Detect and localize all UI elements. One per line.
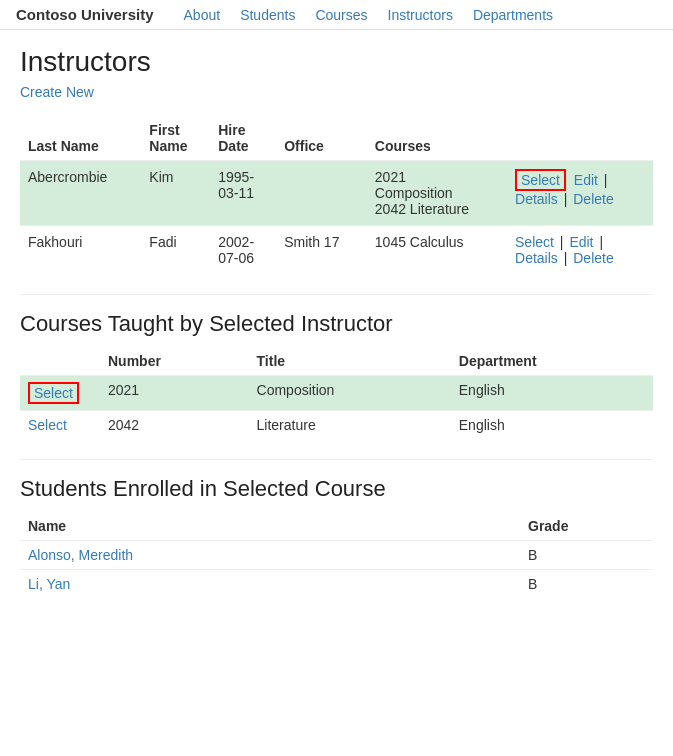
student-grade: B bbox=[520, 570, 653, 599]
instructor-last-name: Abercrombie bbox=[20, 161, 141, 226]
nav-about[interactable]: About bbox=[184, 7, 221, 23]
select-link-course-2042[interactable]: Select bbox=[28, 417, 67, 433]
select-link-fakhouri[interactable]: Select bbox=[515, 234, 554, 250]
course-title: Composition bbox=[249, 376, 451, 411]
instructor-actions: Select | Edit | Details | Delete bbox=[507, 226, 653, 275]
course-title: Literature bbox=[249, 411, 451, 440]
student-name-link-li[interactable]: Li, Yan bbox=[28, 576, 70, 592]
courses-section-title: Courses Taught by Selected Instructor bbox=[20, 294, 653, 337]
instructors-table: Last Name FirstName HireDate Office Cour… bbox=[20, 116, 653, 274]
course-row-2042: Select 2042 Literature English bbox=[20, 411, 653, 440]
col-actions bbox=[507, 116, 653, 161]
instructor-row-fakhouri: Fakhouri Fadi 2002-07-06 Smith 17 1045 C… bbox=[20, 226, 653, 275]
select-button-course-2021[interactable]: Select bbox=[28, 382, 79, 404]
col-student-name: Name bbox=[20, 512, 520, 541]
main-content: Instructors Create New Last Name FirstNa… bbox=[0, 30, 673, 614]
details-link-abercrombie[interactable]: Details bbox=[515, 191, 558, 207]
col-student-grade: Grade bbox=[520, 512, 653, 541]
courses-table: Number Title Department Select 2021 Comp… bbox=[20, 347, 653, 439]
course-number: 2021 bbox=[100, 376, 249, 411]
col-course-number: Number bbox=[100, 347, 249, 376]
course-select-cell: Select bbox=[20, 411, 100, 440]
navbar-brand: Contoso University bbox=[16, 6, 154, 23]
col-office: Office bbox=[276, 116, 367, 161]
students-table: Name Grade Alonso, Meredith B Li, Yan B bbox=[20, 512, 653, 598]
col-course-select bbox=[20, 347, 100, 376]
student-name-link-alonso[interactable]: Alonso, Meredith bbox=[28, 547, 133, 563]
navbar: Contoso University About Students Course… bbox=[0, 0, 673, 30]
col-courses: Courses bbox=[367, 116, 507, 161]
course-department: English bbox=[451, 411, 653, 440]
course-department: English bbox=[451, 376, 653, 411]
course-number: 2042 bbox=[100, 411, 249, 440]
instructor-last-name: Fakhouri bbox=[20, 226, 141, 275]
student-grade: B bbox=[520, 541, 653, 570]
nav-students[interactable]: Students bbox=[240, 7, 295, 23]
col-last-name: Last Name bbox=[20, 116, 141, 161]
col-course-department: Department bbox=[451, 347, 653, 376]
instructor-office: Smith 17 bbox=[276, 226, 367, 275]
instructor-courses: 2021Composition2042 Literature bbox=[367, 161, 507, 226]
student-row-alonso: Alonso, Meredith B bbox=[20, 541, 653, 570]
instructor-first-name: Kim bbox=[141, 161, 210, 226]
nav-courses[interactable]: Courses bbox=[315, 7, 367, 23]
delete-link-abercrombie[interactable]: Delete bbox=[573, 191, 613, 207]
page-title: Instructors bbox=[20, 46, 653, 78]
details-link-fakhouri[interactable]: Details bbox=[515, 250, 558, 266]
student-row-li: Li, Yan B bbox=[20, 570, 653, 599]
col-course-title: Title bbox=[249, 347, 451, 376]
instructor-courses: 1045 Calculus bbox=[367, 226, 507, 275]
edit-link-abercrombie[interactable]: Edit bbox=[574, 172, 598, 188]
nav-departments[interactable]: Departments bbox=[473, 7, 553, 23]
student-name: Li, Yan bbox=[20, 570, 520, 599]
delete-link-fakhouri[interactable]: Delete bbox=[573, 250, 613, 266]
edit-link-fakhouri[interactable]: Edit bbox=[569, 234, 593, 250]
instructor-office bbox=[276, 161, 367, 226]
course-row-2021: Select 2021 Composition English bbox=[20, 376, 653, 411]
instructor-actions: Select Edit | Details | Delete bbox=[507, 161, 653, 226]
col-first-name: FirstName bbox=[141, 116, 210, 161]
students-section-title: Students Enrolled in Selected Course bbox=[20, 459, 653, 502]
instructor-first-name: Fadi bbox=[141, 226, 210, 275]
create-new-link[interactable]: Create New bbox=[20, 84, 94, 100]
course-select-cell: Select bbox=[20, 376, 100, 411]
select-button-abercrombie[interactable]: Select bbox=[515, 169, 566, 191]
student-name: Alonso, Meredith bbox=[20, 541, 520, 570]
instructor-hire-date: 2002-07-06 bbox=[210, 226, 276, 275]
instructor-row-abercrombie: Abercrombie Kim 1995-03-11 2021Compositi… bbox=[20, 161, 653, 226]
col-hire-date: HireDate bbox=[210, 116, 276, 161]
nav-instructors[interactable]: Instructors bbox=[388, 7, 453, 23]
instructor-hire-date: 1995-03-11 bbox=[210, 161, 276, 226]
